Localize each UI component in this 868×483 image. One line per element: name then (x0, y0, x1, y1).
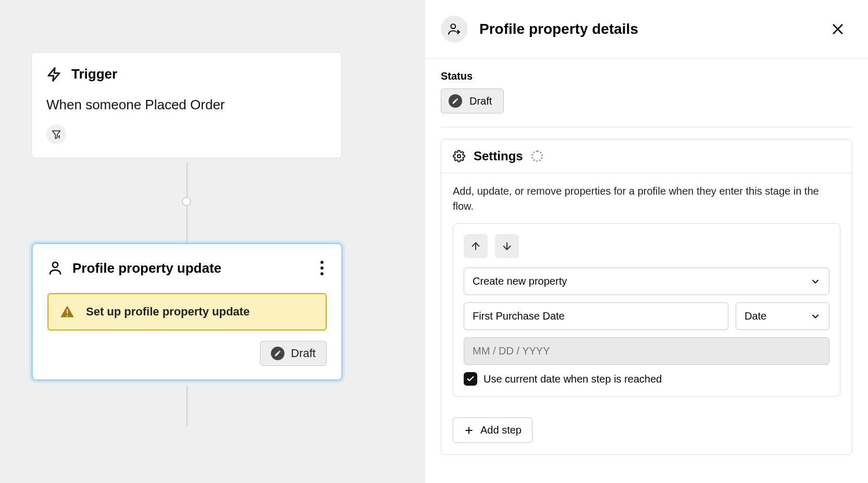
svg-marker-0 (48, 68, 59, 81)
trigger-description: When someone Placed Order (46, 97, 327, 113)
node-status-pill[interactable]: Draft (260, 341, 327, 366)
node-status-text: Draft (291, 347, 316, 360)
plus-icon (464, 425, 474, 436)
add-step-label: Add step (480, 424, 522, 436)
move-up-button[interactable] (464, 234, 488, 258)
move-down-button[interactable] (495, 234, 519, 258)
property-type-value: Date (745, 310, 766, 322)
warning-icon (60, 304, 75, 319)
settings-title: Settings (474, 149, 523, 163)
panel-title: Profile property details (479, 21, 638, 37)
chevron-down-icon (810, 276, 821, 287)
use-current-date-label: Use current date when step is reached (483, 373, 662, 385)
trigger-title: Trigger (71, 66, 117, 82)
loading-spinner-icon (531, 150, 543, 162)
profile-node-title: Profile property update (72, 260, 221, 276)
pencil-icon (449, 94, 462, 108)
svg-point-6 (457, 155, 461, 158)
person-icon (47, 260, 63, 276)
lightning-icon (46, 67, 62, 82)
settings-description: Add, update, or remove properties for a … (441, 173, 852, 223)
property-type-select[interactable]: Date (736, 302, 829, 330)
setup-warning-banner[interactable]: Set up profile property update (47, 293, 327, 331)
svg-point-2 (53, 262, 58, 268)
property-name-value: First Purchase Date (473, 310, 565, 322)
panel-icon-badge (441, 16, 468, 43)
panel-header: Profile property details (425, 0, 868, 59)
date-input (464, 337, 829, 365)
profile-property-node[interactable]: Profile property update Set up profile p… (31, 243, 343, 381)
node-menu-button[interactable] (317, 258, 327, 278)
status-label: Status (441, 70, 852, 82)
gear-icon (453, 150, 465, 162)
chevron-down-icon (810, 311, 821, 322)
flow-canvas[interactable]: Trigger When someone Placed Order Profil… (0, 0, 425, 483)
property-name-input[interactable]: First Purchase Date (464, 302, 728, 330)
trigger-node[interactable]: Trigger When someone Placed Order (31, 52, 342, 158)
property-step: Create new property First Purchase Date … (453, 223, 840, 397)
action-select[interactable]: Create new property (464, 268, 829, 295)
add-step-button[interactable]: Add step (453, 417, 532, 443)
setup-warning-text: Set up profile property update (86, 305, 250, 319)
close-button[interactable] (828, 20, 847, 39)
details-panel: Profile property details Status Draft Se… (425, 0, 868, 483)
trigger-filter-button[interactable] (46, 124, 66, 144)
status-pill[interactable]: Draft (441, 88, 504, 113)
pencil-icon (271, 347, 284, 360)
svg-point-3 (451, 24, 456, 29)
action-select-value: Create new property (473, 275, 567, 287)
connector-line-below (187, 385, 188, 427)
status-value: Draft (469, 95, 492, 107)
use-current-date-checkbox[interactable] (464, 372, 477, 386)
connector-dot[interactable] (182, 197, 191, 206)
settings-card: Settings Add, update, or remove properti… (441, 139, 852, 455)
